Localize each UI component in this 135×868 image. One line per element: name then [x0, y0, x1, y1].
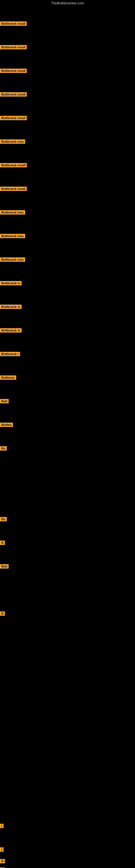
bottleneck-result-label-38: |	[0, 847, 3, 852]
bottleneck-result-label-9: Bottleneck resu	[0, 210, 25, 215]
bottleneck-result-label-35: |	[0, 824, 3, 828]
bottleneck-result-label-7: Bottleneck result	[0, 163, 27, 167]
chart-area: Bottleneck resultBottleneck resultBottle…	[0, 9, 135, 868]
bottleneck-result-label-14: Bottleneck re	[0, 328, 21, 333]
bottleneck-result-label-4: Bottleneck result	[0, 92, 27, 97]
bottleneck-result-label-17: Bott	[0, 399, 9, 403]
site-title: TheBottlenecker.com	[0, 0, 135, 6]
bottleneck-result-label-1: Bottleneck result	[0, 22, 27, 26]
bottleneck-result-label-10: Bottleneck resu	[0, 234, 25, 238]
bottleneck-result-label-2: Bottleneck result	[0, 45, 27, 50]
bottleneck-result-label-39: B	[0, 859, 5, 863]
bottleneck-result-label-8: Bottleneck result	[0, 187, 27, 191]
bottleneck-result-label-18: Bottlen	[0, 423, 13, 427]
bottleneck-result-label-26: B	[0, 611, 5, 616]
bottleneck-result-label-12: Bottleneck re	[0, 281, 21, 285]
bottleneck-result-label-15: Bottleneck r	[0, 352, 20, 356]
bottleneck-result-label-11: Bottleneck resu	[0, 257, 25, 262]
bottleneck-result-label-22: Bo	[0, 517, 7, 521]
bottleneck-result-label-5: Bottleneck result	[0, 116, 27, 120]
bottleneck-result-label-13: Bottleneck re	[0, 305, 21, 309]
bottleneck-result-label-3: Bottleneck result	[0, 69, 27, 73]
bottleneck-result-label-19: Bo	[0, 446, 7, 451]
bottleneck-result-label-24: Bott	[0, 564, 9, 568]
bottleneck-result-label-16: Bottlenec	[0, 375, 16, 380]
bottleneck-result-label-6: Bottleneck resu	[0, 140, 25, 144]
bottleneck-result-label-23: B	[0, 540, 5, 545]
